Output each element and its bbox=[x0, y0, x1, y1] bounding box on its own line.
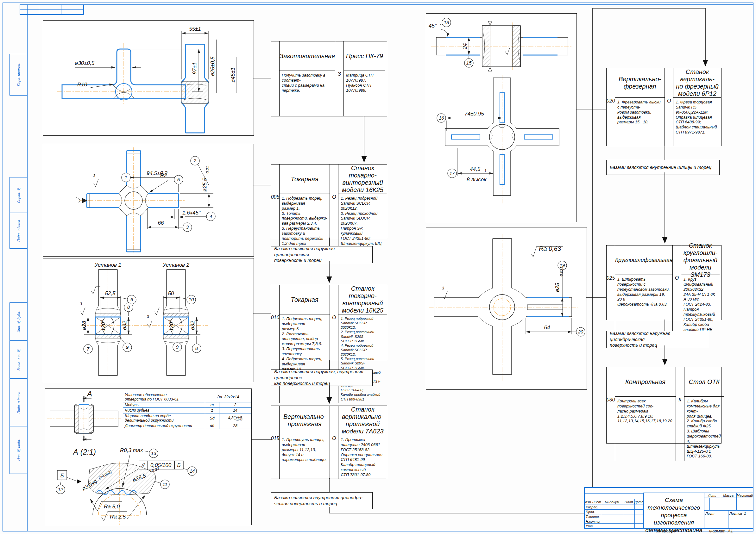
col-podp: Подп. bbox=[624, 499, 635, 505]
svg-text:ø45±1: ø45±1 bbox=[230, 67, 236, 83]
svg-text:1: 1 bbox=[125, 175, 127, 180]
operation-kind: О bbox=[330, 406, 338, 479]
margin-label: Справ. № bbox=[17, 187, 20, 203]
svg-text:-0,021: -0,021 bbox=[559, 267, 564, 277]
drawing-box-broaching: А А (2:1) R0,3 max 13 bbox=[45, 389, 252, 525]
machine-card: Станок вертикально- протяжной модели 7А6… bbox=[338, 406, 387, 479]
table-row-label: Число зубьев bbox=[123, 408, 205, 413]
cross-part bbox=[87, 151, 178, 252]
svg-text:9: 9 bbox=[126, 344, 129, 350]
svg-text:А: А bbox=[86, 390, 92, 398]
machine-tooling: 1. Калибры комплексные для конт- роля шл… bbox=[685, 397, 724, 461]
col-izm: Изм. bbox=[585, 499, 592, 505]
col-data: Дата bbox=[635, 499, 643, 505]
masshtab-label: Масштаб bbox=[737, 493, 753, 498]
table-row-value: 2 bbox=[219, 402, 251, 407]
machine-tooling: 1. Круг шлифовальный 200х63х32 24А 25-Н … bbox=[681, 275, 719, 339]
base-note-2: Базами являются наружная, внутренняя цил… bbox=[271, 369, 373, 386]
drawing-box-milling: 45° 18 24 15 bbox=[426, 13, 577, 222]
table-symbol: z bbox=[205, 408, 219, 413]
svg-text:R0,3 max: R0,3 max bbox=[120, 447, 143, 453]
operation-name: Контрольная bbox=[615, 367, 676, 397]
margin-label: Подп. и дата bbox=[17, 392, 20, 414]
svg-text:15: 15 bbox=[466, 60, 472, 65]
operation-kind: О bbox=[330, 165, 338, 258]
row-razrab: Разраб. bbox=[585, 505, 601, 510]
svg-text:3: 3 bbox=[186, 224, 189, 230]
svg-text:-0,21: -0,21 bbox=[205, 166, 210, 175]
margin-label: Взам. инв. № bbox=[17, 349, 20, 370]
operation-steps: 1. Фрезеровать лыски с переуста- новом з… bbox=[615, 98, 664, 146]
svg-text:55±1: 55±1 bbox=[189, 26, 201, 32]
svg-text:4: 4 bbox=[209, 214, 212, 219]
svg-text:Ra 2,5: Ra 2,5 bbox=[110, 514, 126, 520]
dim-64: 64 20 bbox=[526, 318, 585, 336]
machine-card: Станок вертикаль- но фрезерный модели 6Р… bbox=[673, 68, 721, 146]
dim-74: 74±0,95 16 bbox=[437, 111, 502, 131]
svg-text:Б: Б bbox=[60, 472, 64, 479]
balloon-2: 2 bbox=[191, 156, 200, 165]
svg-text:7: 7 bbox=[87, 346, 90, 351]
dim-945: 94,5±0,2 1 bbox=[122, 170, 178, 192]
svg-text:8: 8 bbox=[127, 304, 130, 310]
svg-text:44,5: 44,5 bbox=[470, 166, 481, 172]
svg-text:6: 6 bbox=[130, 297, 133, 302]
dim-chamfer: 1,6х45° 4 bbox=[169, 209, 215, 221]
svg-text:66: 66 bbox=[158, 220, 164, 226]
ground-cross-view bbox=[434, 239, 572, 374]
milling-drawing: 45° 18 24 15 bbox=[426, 13, 577, 222]
operation-block-015: 015 Вертикально- протяжная 1. Протянуть … bbox=[271, 406, 387, 479]
margin-label: Инв. № подл. bbox=[17, 439, 20, 461]
svg-text:16: 16 bbox=[439, 115, 444, 120]
margin-box-vzam-inv: Взам. инв. № bbox=[10, 341, 28, 379]
table-row-value: Эв. 32х2х14 bbox=[205, 392, 251, 402]
svg-text://: // bbox=[141, 462, 145, 468]
operation-steps: Получить заготовку в соответ- ствии с ра… bbox=[280, 71, 335, 116]
operation-card: Заготовительная Получить заготовку в соо… bbox=[279, 41, 335, 116]
machine-name: Пресс ПК-79 bbox=[344, 41, 385, 71]
margin-box-sprav: Справ. № bbox=[10, 177, 28, 213]
row-nkontr: Н.контр. bbox=[585, 519, 601, 523]
format-value: А1 bbox=[728, 529, 733, 533]
operation-name: Токарная bbox=[280, 165, 330, 194]
balloon-3: 3 bbox=[183, 223, 192, 232]
table-row-label: Условное обозначение отверстия по ГОСТ 6… bbox=[123, 392, 205, 402]
col-list: Лист bbox=[592, 499, 601, 505]
table-row-label: Ширина впадин по хорде делительной окруж… bbox=[123, 413, 205, 423]
turning-drawing: 3 94,5±0,2 1 R2 5 bbox=[43, 144, 254, 256]
row-tkontr: Т.контр. bbox=[585, 514, 601, 519]
machine-name: Станок вертикаль- но фрезерный модели 6Р… bbox=[673, 68, 721, 98]
dim-dia45-side: ø45±1 bbox=[230, 57, 237, 93]
operation-name: Вертикально- протяжная bbox=[280, 406, 330, 435]
operation-number: 025 bbox=[607, 245, 615, 339]
svg-text:R10: R10 bbox=[77, 82, 87, 88]
margin-label: Подп. и дата bbox=[17, 220, 20, 242]
dim-dia25: 19 ø25 -0,021 bbox=[554, 261, 567, 317]
process-scheme-sheet: Перв. примен. Справ. № Подп. и дата Инв.… bbox=[0, 0, 756, 534]
document-title: Схема технологического процесса изготовл… bbox=[643, 493, 704, 528]
grinding-drawing: Ra 0,63 19 ø25 -0,021 64 20 3 bbox=[426, 227, 587, 390]
operation-steps: 1. Протянуть шлицы, выдерживая размеры 1… bbox=[280, 435, 330, 479]
operation-number: 015 bbox=[271, 406, 279, 479]
balloon-1: 1 bbox=[122, 173, 130, 182]
roughness-mark: 3 bbox=[442, 286, 447, 299]
machine-card: Пресс ПК-79 Матрица СТП 10770.987. Пуанс… bbox=[343, 41, 385, 116]
svg-text:97±1: 97±1 bbox=[192, 62, 198, 74]
massa-label: Масса bbox=[720, 493, 737, 498]
machine-name: Станок токарно- винторезный модели 16К25 bbox=[338, 285, 387, 315]
operation-steps: 1. Подрезать торец, выдерживая размер 6.… bbox=[280, 315, 330, 403]
drawing-box-turning: 3 94,5±0,2 1 R2 5 bbox=[43, 144, 254, 257]
table-row-value: 28 bbox=[219, 423, 251, 429]
svg-text:ø32: ø32 bbox=[122, 321, 127, 330]
svg-text:Ra 5,0: Ra 5,0 bbox=[104, 504, 120, 510]
svg-text:0,05/100: 0,05/100 bbox=[150, 462, 172, 468]
machine-name: Станок круглошли- фовальный модели ЗМ173 bbox=[681, 245, 719, 275]
margin-box-inv-podl: Инв. № подл. bbox=[10, 426, 28, 474]
machine-card: Стол ОТК 1. Калибры комплексные для конт… bbox=[684, 367, 724, 461]
svg-text:20: 20 bbox=[578, 329, 583, 334]
operation-block-020: 020 Вертикально- фрезерная 1. Фрезероват… bbox=[606, 68, 721, 146]
svg-text:13: 13 bbox=[151, 450, 156, 456]
drawing-box-blank: ø30±0,5 R10 97±1 55±1 bbox=[43, 20, 254, 136]
operation-card: Вертикально- протяжная 1. Протянуть шлиц… bbox=[279, 406, 330, 479]
listov-text: Листов bbox=[729, 512, 742, 515]
